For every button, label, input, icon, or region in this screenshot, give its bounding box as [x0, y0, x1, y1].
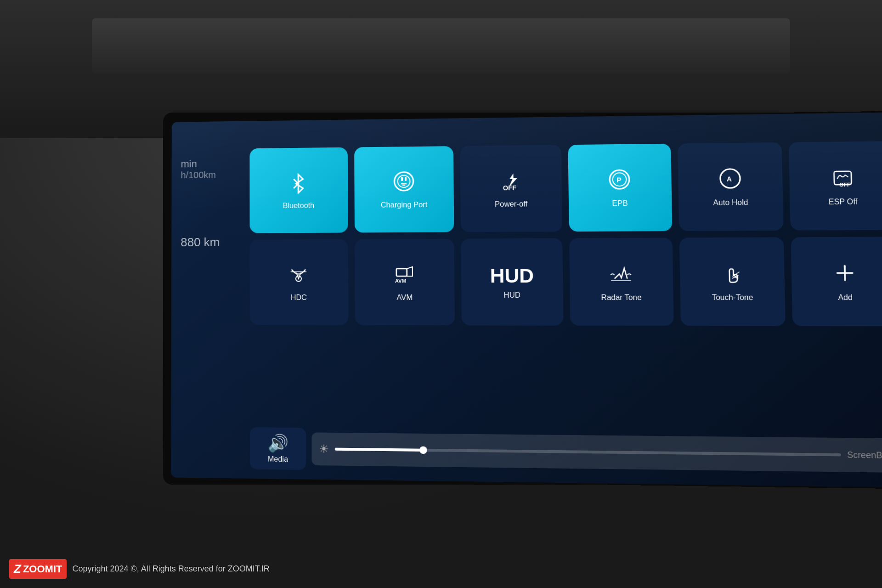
svg-marker-14 — [407, 267, 413, 276]
radar-tone-label: Radar Tone — [601, 294, 642, 302]
radar-tone-icon — [609, 261, 633, 289]
hud-label: HUD — [503, 291, 520, 299]
screen-display: min h/100km 880 km Bluetooth — [170, 111, 882, 489]
auto-hold-label: Auto Hold — [713, 198, 748, 207]
instrument-cluster: min h/100km 880 km — [181, 158, 220, 250]
media-icon: 🔊 — [267, 433, 288, 453]
epb-icon: P — [607, 168, 632, 196]
bluetooth-label: Bluetooth — [283, 202, 315, 210]
power-off-icon: OFF — [499, 169, 523, 196]
hdc-button[interactable]: HDC — [250, 239, 349, 325]
touch-tone-icon — [719, 261, 745, 289]
hdc-label: HDC — [291, 294, 307, 302]
esp-off-button[interactable]: OFF ESP Off — [789, 141, 882, 231]
esp-off-icon: OFF — [830, 165, 855, 194]
hud-button[interactable]: HUD HUD — [461, 238, 563, 326]
avm-button[interactable]: AVM AVM — [355, 239, 455, 326]
auto-hold-icon: A — [718, 167, 743, 195]
range: 880 km — [181, 235, 220, 249]
zoomit-text: ZOOMIT — [23, 563, 62, 575]
consumption: h/100km — [181, 170, 220, 181]
screen-bottom-controls: 🔊 Media ☀ ScreenBri... — [250, 427, 882, 478]
svg-text:OFF: OFF — [839, 182, 851, 188]
radar-tone-button[interactable]: Radar Tone — [569, 237, 673, 326]
hdc-icon — [287, 262, 311, 290]
svg-rect-13 — [396, 269, 407, 276]
bluetooth-icon — [287, 171, 310, 198]
avm-icon: AVM — [392, 262, 416, 290]
hud-icon: HUD — [490, 265, 534, 287]
add-button[interactable]: Add — [791, 237, 882, 326]
zoomit-logo: Z ZOOMIT — [9, 559, 67, 579]
svg-rect-2 — [401, 177, 403, 181]
charging-port-label: Charging Port — [381, 201, 428, 209]
svg-text:P: P — [616, 175, 622, 184]
media-label: Media — [268, 455, 288, 464]
auto-hold-button[interactable]: A Auto Hold — [678, 142, 784, 231]
quick-controls-area: Bluetooth Charging Port — [249, 141, 882, 438]
svg-text:AVM: AVM — [395, 278, 406, 283]
epb-button[interactable]: P EPB — [568, 144, 672, 232]
brightness-fill — [335, 448, 423, 452]
charging-port-button[interactable]: Charging Port — [354, 146, 454, 232]
svg-rect-3 — [405, 177, 407, 181]
svg-text:OFF: OFF — [503, 184, 516, 192]
esp-off-label: ESP Off — [829, 198, 858, 206]
charging-icon — [392, 170, 416, 197]
epb-label: EPB — [612, 199, 628, 208]
svg-text:A: A — [727, 175, 732, 183]
avm-label: AVM — [396, 294, 413, 302]
brightness-control[interactable]: ☀ ScreenBri... — [311, 432, 882, 473]
fuel-time: min — [181, 158, 220, 170]
bluetooth-button[interactable]: Bluetooth — [249, 147, 348, 233]
power-off-button[interactable]: OFF Power-off — [460, 145, 562, 232]
brightness-knob[interactable] — [419, 447, 427, 454]
touch-tone-button[interactable]: Touch-Tone — [679, 237, 786, 326]
copyright-text: Copyright 2024 ©, All Rights Reserved fo… — [72, 564, 269, 574]
power-off-label: Power-off — [495, 200, 528, 209]
add-label: Add — [838, 293, 853, 302]
z-icon: Z — [14, 562, 21, 576]
car-screen: min h/100km 880 km Bluetooth — [170, 111, 882, 489]
svg-point-0 — [394, 172, 413, 191]
watermark: Z ZOOMIT Copyright 2024 ©, All Rights Re… — [9, 559, 270, 579]
brightness-label: ScreenBri... — [847, 450, 882, 461]
brightness-track[interactable] — [335, 448, 841, 457]
add-icon — [832, 261, 858, 289]
sun-icon: ☀ — [319, 442, 329, 456]
touch-tone-label: Touch-Tone — [712, 294, 753, 302]
media-button[interactable]: 🔊 Media — [250, 427, 306, 470]
